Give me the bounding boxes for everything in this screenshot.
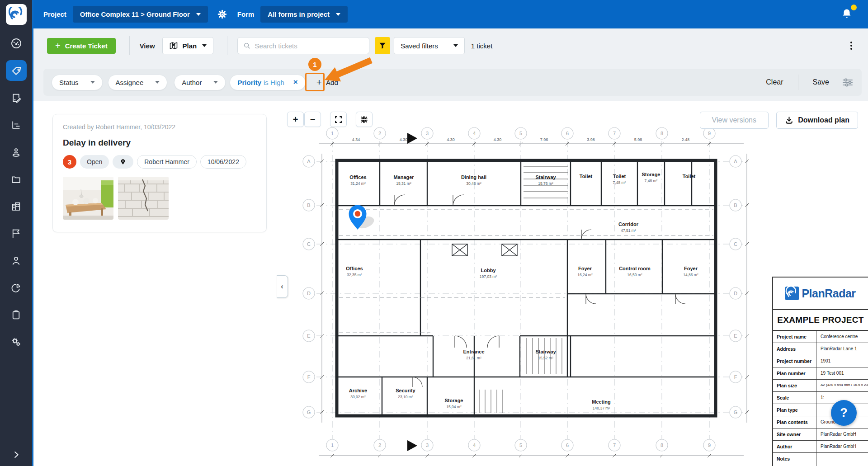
room-area: 21,61 m² [466, 356, 481, 360]
filter-pill-priority-active[interactable]: Priority is High × [230, 75, 305, 90]
sidebar-item-tasks[interactable] [6, 304, 27, 325]
create-ticket-button[interactable]: + Create Ticket [47, 38, 116, 54]
zoom-out-button[interactable]: − [304, 112, 321, 127]
grid-column-label: 5 [519, 131, 522, 136]
ticket-card[interactable]: Created by Robert Hammer, 10/03/2022 Del… [52, 114, 267, 232]
sidebar-item-tickets[interactable] [6, 60, 27, 81]
grid-row-label: D [734, 291, 737, 296]
saved-filters-dropdown[interactable]: Saved filters [394, 37, 465, 54]
dimension-value: 4.30 [494, 137, 502, 142]
plan-title-block: PlanRadar EXAMPLE PROJECT Project nameCo… [772, 277, 868, 466]
room-area: 15,52 m² [538, 356, 553, 360]
titleblock-row-label: Project number [773, 355, 816, 367]
filter-pill-status[interactable]: Status [52, 75, 103, 90]
titleblock-row-value: PlanRadar GmbH [816, 428, 868, 440]
grid-row-label: A [734, 159, 737, 164]
notifications-button[interactable] [841, 8, 853, 21]
sidebar-expand-button[interactable] [0, 450, 32, 460]
search-tickets-input[interactable] [255, 42, 364, 50]
sidebar-item-reports[interactable] [6, 277, 27, 298]
content: Created by Robert Hammer, 10/03/2022 Del… [33, 101, 868, 466]
grid-column-label: 8 [660, 442, 663, 448]
meeting-room-photo [63, 177, 113, 220]
chevron-right-icon [11, 450, 21, 460]
attachment-photo-meeting-room[interactable] [63, 177, 113, 220]
titleblock-row-label: Plan size [773, 380, 816, 391]
save-filters-button[interactable]: Save [813, 78, 829, 86]
pie-chart-icon [10, 282, 22, 293]
filter-button[interactable] [375, 37, 390, 54]
room-label: Archive [349, 388, 367, 393]
remove-filter-button[interactable]: × [291, 77, 301, 88]
fit-to-screen-button[interactable] [356, 112, 373, 127]
sidebar-item-dashboard[interactable] [6, 33, 27, 54]
view-versions-button[interactable]: View versions [700, 112, 769, 129]
download-plan-button[interactable]: Download plan [776, 112, 858, 129]
attachment-photo-brick-wall[interactable] [118, 177, 169, 220]
ticket-map-marker[interactable] [349, 205, 376, 231]
titleblock-row-value: 1901 [816, 355, 868, 367]
sidebar-item-forms[interactable] [6, 87, 27, 108]
sidebar [0, 0, 33, 466]
download-plan-label: Download plan [798, 116, 849, 124]
grid-column-label: 3 [426, 131, 429, 136]
view-label: View [140, 42, 155, 50]
folder-icon [10, 174, 22, 185]
room-area: 31,24 m² [350, 181, 366, 186]
divider [227, 36, 227, 55]
sidebar-item-statistics[interactable] [6, 114, 27, 135]
add-filter-button[interactable]: + Add [316, 77, 338, 88]
more-options-button[interactable] [847, 41, 855, 51]
grid-row-label: F [734, 374, 737, 380]
clear-filters-button[interactable]: Clear [766, 78, 783, 86]
ticket-count: 1 ticket [471, 42, 493, 50]
titleblock-logo: PlanRadar [773, 278, 868, 310]
titleblock-heading: EXAMPLE PROJECT [773, 310, 868, 331]
room-area: 15,31 m² [396, 181, 411, 186]
room-label: Entrance [463, 349, 484, 354]
sidebar-item-users[interactable] [6, 250, 27, 271]
dimension-value: 4.30 [400, 137, 408, 142]
filterbar: Status Assignee Author Priority is High … [43, 69, 862, 96]
sidebar-item-settings[interactable] [6, 331, 27, 352]
sidebar-item-flags[interactable] [6, 223, 27, 244]
project-settings-button[interactable] [217, 9, 227, 19]
grid-column-label: 5 [519, 442, 522, 448]
grid-column-label: 9 [708, 131, 711, 136]
sidebar-item-documents[interactable] [6, 169, 27, 189]
collapse-panel-button[interactable]: ‹ [277, 275, 288, 298]
chevron-down-icon [196, 13, 201, 16]
titleblock-row-label: Plan number [773, 367, 816, 379]
titleblock-row: AddressPlanRadar Lane 1 [773, 343, 868, 355]
fullscreen-button[interactable] [330, 112, 347, 127]
grid-column-label: 1 [331, 442, 334, 448]
room-area: 14,86 m² [683, 273, 698, 277]
grid-column-label: 3 [426, 442, 429, 448]
titleblock-row-value [816, 453, 868, 466]
zoom-in-button[interactable]: + [287, 112, 304, 127]
view-mode-dropdown[interactable]: Plan [162, 37, 214, 54]
planradar-logo[interactable] [6, 4, 27, 25]
filter-pill-author[interactable]: Author [174, 75, 226, 90]
location-badge[interactable] [113, 155, 133, 169]
filter-pill-assignee[interactable]: Assignee [108, 75, 168, 90]
sidebar-item-company[interactable] [6, 196, 27, 217]
grid-column-label: 9 [708, 442, 711, 448]
titleblock-row-value: PlanRadar Lane 1 [816, 343, 868, 355]
room-label: Meeting [592, 399, 611, 405]
clipboard-icon [10, 309, 22, 320]
ticket-attachments [63, 177, 256, 220]
add-filter-label: Add [326, 79, 338, 86]
sidebar-item-site-presence[interactable] [6, 141, 27, 162]
filter-settings-button[interactable] [842, 77, 854, 88]
project-selector[interactable]: Office Complex 11 > Ground Floor [73, 6, 208, 23]
ticket-list-panel: Created by Robert Hammer, 10/03/2022 Del… [33, 101, 277, 466]
planradar-logo-icon [9, 7, 24, 22]
form-selector[interactable]: All forms in project [260, 6, 348, 23]
brick-wall-photo [118, 177, 169, 220]
room-label: Toilet [613, 174, 626, 179]
dimension-value: 7.96 [540, 137, 548, 142]
notification-badge [851, 5, 857, 10]
help-button[interactable]: ? [831, 400, 857, 426]
titleblock-row: AuthorPlanRadar GmbH [773, 441, 868, 453]
